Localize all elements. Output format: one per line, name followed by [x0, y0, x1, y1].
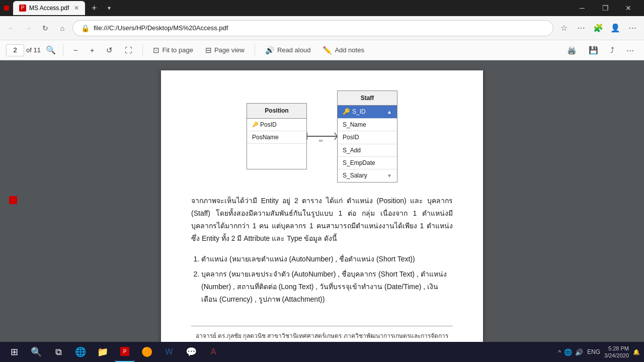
zoom-in-button[interactable]: +	[86, 44, 99, 56]
titlebar: P MS Access.pdf ✕ + ▾ ─ ❐ ✕	[0, 0, 644, 16]
staff-table: Staff 🔑 S_ID ▲ S_Name PosID S_Add	[337, 90, 397, 183]
content-area: Position 🔑 PosID PosName	[0, 60, 644, 342]
new-tab-button[interactable]: +	[87, 1, 101, 15]
share-button[interactable]: ⤴	[606, 44, 618, 56]
posname-label: PosName	[252, 132, 279, 142]
taskbar-search-button[interactable]: 🔍	[26, 342, 46, 362]
volume-icon[interactable]: 🔊	[575, 348, 583, 356]
page-controls: of 11	[6, 44, 41, 56]
er-diagram: Position 🔑 PosID PosName	[191, 90, 453, 183]
close-button[interactable]: ✕	[617, 0, 640, 16]
position-table: Position 🔑 PosID PosName	[247, 103, 307, 169]
position-row-posid: 🔑 PosID	[247, 119, 306, 131]
home-button[interactable]: ⌂	[55, 21, 69, 35]
read-aloud-label: Read aloud	[277, 46, 311, 54]
add-notes-button[interactable]: ✏️ Add notes	[318, 44, 368, 57]
taskbar-taskview-button[interactable]: ⧉	[48, 342, 68, 362]
main-paragraph: จากภาพจะเห็นได้ว่ามี Entity อยู่ 2 ตาราง…	[191, 195, 453, 245]
taskview-icon: ⧉	[55, 347, 62, 357]
favorites-button[interactable]: ☆	[556, 21, 572, 36]
svg-line-3	[335, 136, 337, 140]
fit-icon: ⊡	[153, 46, 159, 55]
position-row-posname: PosName	[247, 131, 306, 144]
lock-icon: 🔒	[81, 24, 90, 32]
browser-toolbar: ☆ ⋯ 🧩 👤 ⋯	[556, 21, 640, 36]
page-number-input[interactable]	[6, 44, 24, 56]
connector-svg: ∞	[307, 129, 337, 144]
sname-label: S_Name	[343, 120, 366, 130]
read-aloud-button[interactable]: 🔊 Read aloud	[261, 44, 315, 57]
back-button[interactable]: ←	[4, 21, 18, 35]
zoom-out-button[interactable]: −	[69, 44, 82, 56]
fit-to-page-button[interactable]: ⊡ Fit to page	[149, 44, 197, 57]
print-icon: 🖨️	[567, 46, 577, 55]
share-icon: ⤴	[610, 46, 614, 54]
separator-3	[255, 44, 255, 56]
staff-row-ssalary: S_Salary ▼	[338, 169, 397, 182]
tab-dropdown-button[interactable]: ▾	[103, 2, 115, 14]
taskbar-edge-button[interactable]: 🌐	[70, 342, 91, 362]
scroll-down-icon: ▼	[387, 171, 392, 180]
search-pdf-button[interactable]: 🔍	[45, 44, 57, 56]
active-tab[interactable]: P MS Access.pdf ✕	[13, 1, 85, 15]
tray-arrow[interactable]: ^	[558, 348, 561, 356]
staff-row-posid: PosID	[338, 131, 397, 144]
svg-text:∞: ∞	[319, 137, 323, 143]
taskbar-chrome-button[interactable]: 🟠	[137, 342, 157, 362]
posid-label: PosID	[260, 120, 277, 130]
restore-button[interactable]: ❐	[594, 0, 617, 16]
read-aloud-icon: 🔊	[265, 46, 275, 55]
minimize-button[interactable]: ─	[571, 0, 594, 16]
sid-label: S_ID	[352, 107, 366, 117]
forward-button[interactable]: →	[21, 21, 35, 35]
list-item-1: ตำแหน่ง (หมายเลขตำแหน่ง (AutoNumber) , ช…	[201, 253, 453, 265]
taskbar-teams-button[interactable]: 💬	[181, 342, 201, 362]
tab-pdf-icon	[4, 6, 9, 11]
window-controls: ─ ❐ ✕	[571, 0, 640, 16]
taskbar-pdf-button[interactable]: P	[115, 342, 135, 362]
staff-row-sid: 🔑 S_ID ▲	[338, 106, 397, 118]
page-footer: อาจารย์ ดร.กุลชัย กุลตวนิช สาขาวิชานิเทศ…	[191, 326, 453, 342]
pdf-icon: P	[19, 5, 26, 12]
pdf-viewer[interactable]: Position 🔑 PosID PosName	[0, 60, 644, 342]
fit-to-page-label: Fit to page	[162, 46, 193, 54]
profile-button[interactable]: 👤	[608, 21, 623, 36]
fullscreen-button[interactable]: ⛶	[121, 44, 136, 56]
taskbar-explorer-button[interactable]: 📁	[93, 342, 113, 362]
address-field[interactable]: 🔒 file:///C:/Users/HP/Desktop/MS%20Acces…	[72, 20, 553, 36]
clock[interactable]: 5:28 PM 3/24/2020	[604, 345, 629, 359]
plus-icon: +	[90, 46, 95, 54]
lang-indicator: ENG	[587, 348, 600, 355]
page-view-button[interactable]: ⊟ Page view	[201, 44, 249, 57]
pdf-toolbar: of 11 🔍 − + ↺ ⛶ ⊡ Fit to page ⊟ Page vie…	[0, 40, 644, 60]
taskbar-word-button[interactable]: W	[159, 342, 179, 362]
notes-icon: ✏️	[323, 46, 332, 55]
start-button[interactable]: ⊞	[4, 342, 24, 362]
system-tray: ^ 🌐 🔊	[558, 348, 583, 356]
extensions-button[interactable]: 🧩	[591, 21, 606, 36]
key-icon-posid: 🔑	[252, 120, 258, 129]
more-icon: ⋯	[626, 46, 634, 55]
save-button[interactable]: 💾	[585, 44, 602, 57]
settings-button[interactable]: ⋯	[625, 21, 640, 36]
network-icon[interactable]: 🌐	[564, 348, 572, 356]
pdf-page-2: Position 🔑 PosID PosName	[161, 70, 483, 342]
collections-button[interactable]: ⋯	[574, 21, 589, 36]
taskbar-access-button[interactable]: A	[203, 342, 223, 362]
refresh-button[interactable]: ↻	[38, 21, 52, 35]
staff-row-sadd: S_Add	[338, 144, 397, 157]
svg-line-2	[335, 133, 337, 136]
print-button[interactable]: 🖨️	[563, 44, 581, 57]
taskbar: ⊞ 🔍 ⧉ 🌐 📁 P 🟠 W 💬 A ^ 🌐 🔊 ENG 5:28 PM 3/…	[0, 342, 644, 362]
notification-button[interactable]: 🔔	[633, 349, 640, 355]
er-connector: ∞	[307, 129, 337, 144]
footer-line-1: อาจารย์ ดร.กุลชัย กุลตวนิช สาขาวิชานิเทศ…	[191, 331, 453, 342]
sid-scroll: ▲	[387, 108, 392, 116]
rotate-button[interactable]: ↺	[102, 44, 117, 57]
list-item-2: บุคลากร (หมายเลขประจำตัว (AutoNumber) , …	[201, 268, 453, 306]
tab-close-button[interactable]: ✕	[74, 5, 79, 12]
taskbar-right: ^ 🌐 🔊 ENG 5:28 PM 3/24/2020 🔔	[558, 345, 640, 359]
sempdate-label: S_EmpDate	[343, 158, 375, 168]
more-tools-button[interactable]: ⋯	[622, 44, 638, 57]
lang-label: ENG	[587, 348, 600, 355]
